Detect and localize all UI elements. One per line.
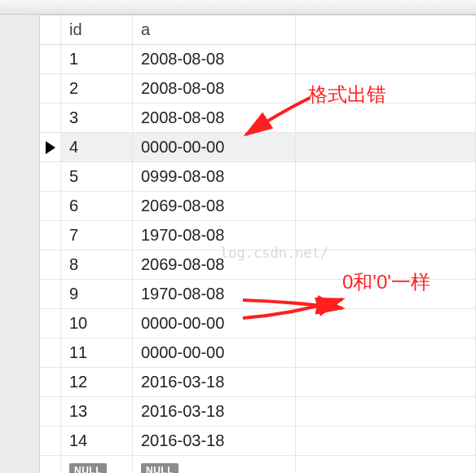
cell-a[interactable]: 2016-03-18 <box>133 427 296 455</box>
cell-id[interactable]: 10 <box>61 309 133 338</box>
cell-id[interactable]: 5 <box>61 162 133 191</box>
gutter-header <box>40 15 61 44</box>
cell-id[interactable]: 12 <box>61 368 133 396</box>
cell-a[interactable]: 0000-00-00 <box>133 309 296 338</box>
cell-id-null[interactable]: NULL <box>61 456 133 473</box>
column-header-id[interactable]: id <box>61 15 133 44</box>
cell-id[interactable]: 14 <box>61 427 133 455</box>
cell-a[interactable]: 2008-08-08 <box>133 45 296 73</box>
cell-id[interactable]: 7 <box>61 221 133 250</box>
data-grid[interactable]: id a 1 2008-08-08 2 2008-08-08 3 2008-08… <box>40 15 476 473</box>
row-gutter <box>40 74 61 103</box>
cell-a[interactable]: 2016-03-18 <box>133 368 296 396</box>
table-row[interactable]: 13 2016-03-18 <box>40 397 476 427</box>
table-row[interactable]: 3 2008-08-08 <box>40 104 476 133</box>
table-row[interactable]: 1 2008-08-08 <box>40 45 476 74</box>
cell-empty <box>296 338 476 367</box>
cell-empty <box>296 104 476 132</box>
cell-empty <box>296 280 476 308</box>
cell-empty <box>296 45 476 73</box>
column-header-a[interactable]: a <box>133 15 296 44</box>
cell-empty <box>296 133 476 161</box>
cell-id[interactable]: 8 <box>61 250 133 279</box>
cell-empty <box>296 397 476 426</box>
cell-a[interactable]: 0000-00-00 <box>133 338 296 367</box>
row-gutter <box>40 280 61 308</box>
table-row[interactable]: 12 2016-03-18 <box>40 368 476 397</box>
cell-id[interactable]: 3 <box>61 104 133 132</box>
row-gutter <box>40 427 61 455</box>
cell-a[interactable]: 0999-08-08 <box>133 162 296 191</box>
row-gutter <box>40 162 61 191</box>
table-row[interactable]: 9 1970-08-08 <box>40 280 476 309</box>
cell-id[interactable]: 1 <box>61 45 133 73</box>
row-gutter <box>40 338 61 367</box>
cell-id[interactable]: 6 <box>61 192 133 220</box>
cell-a[interactable]: 2016-03-18 <box>133 397 296 426</box>
table-row[interactable]: 8 2069-08-08 <box>40 250 476 280</box>
table-row[interactable]: 10 0000-00-00 <box>40 309 476 338</box>
cell-empty <box>296 192 476 220</box>
column-header-empty <box>296 15 476 44</box>
row-gutter <box>40 221 61 250</box>
cell-a[interactable]: 2069-08-08 <box>133 192 296 220</box>
cell-empty <box>296 309 476 338</box>
null-badge: NULL <box>141 463 178 474</box>
row-gutter <box>40 456 61 473</box>
header-row: id a <box>40 15 476 45</box>
data-grid-container: id a 1 2008-08-08 2 2008-08-08 3 2008-08… <box>39 15 476 473</box>
row-gutter <box>40 368 61 396</box>
row-gutter <box>40 397 61 426</box>
cell-id[interactable]: 11 <box>61 338 133 367</box>
cell-a-null[interactable]: NULL <box>133 456 296 473</box>
table-row[interactable]: 4 0000-00-00 <box>40 133 476 162</box>
cell-empty <box>296 221 476 250</box>
cell-empty <box>296 456 476 473</box>
cell-empty <box>296 74 476 103</box>
table-row[interactable]: 11 0000-00-00 <box>40 338 476 368</box>
cell-empty <box>296 250 476 279</box>
cell-a[interactable]: 0000-00-00 <box>133 133 296 161</box>
null-row[interactable]: NULL NULL <box>40 456 476 473</box>
cell-empty <box>296 427 476 455</box>
cell-id[interactable]: 13 <box>61 397 133 426</box>
cell-a[interactable]: 1970-08-08 <box>133 280 296 308</box>
cell-a[interactable]: 2008-08-08 <box>133 104 296 132</box>
row-gutter <box>40 104 61 132</box>
top-toolbar <box>0 0 476 15</box>
cell-a[interactable]: 1970-08-08 <box>133 221 296 250</box>
table-row[interactable]: 2 2008-08-08 <box>40 74 476 104</box>
row-gutter <box>40 309 61 338</box>
row-gutter <box>40 133 61 161</box>
cell-a[interactable]: 2008-08-08 <box>133 74 296 103</box>
table-row[interactable]: 7 1970-08-08 <box>40 221 476 250</box>
table-row[interactable]: 14 2016-03-18 <box>40 427 476 456</box>
table-row[interactable]: 6 2069-08-08 <box>40 192 476 221</box>
cell-id[interactable]: 9 <box>61 280 133 308</box>
row-gutter <box>40 45 61 73</box>
cell-id[interactable]: 4 <box>61 133 133 161</box>
cell-empty <box>296 162 476 191</box>
row-gutter <box>40 192 61 220</box>
null-badge: NULL <box>69 463 107 474</box>
cell-id[interactable]: 2 <box>61 74 133 103</box>
table-row[interactable]: 5 0999-08-08 <box>40 162 476 192</box>
row-gutter <box>40 250 61 279</box>
current-row-indicator-icon <box>46 141 55 154</box>
cell-a[interactable]: 2069-08-08 <box>133 250 296 279</box>
cell-empty <box>296 368 476 396</box>
